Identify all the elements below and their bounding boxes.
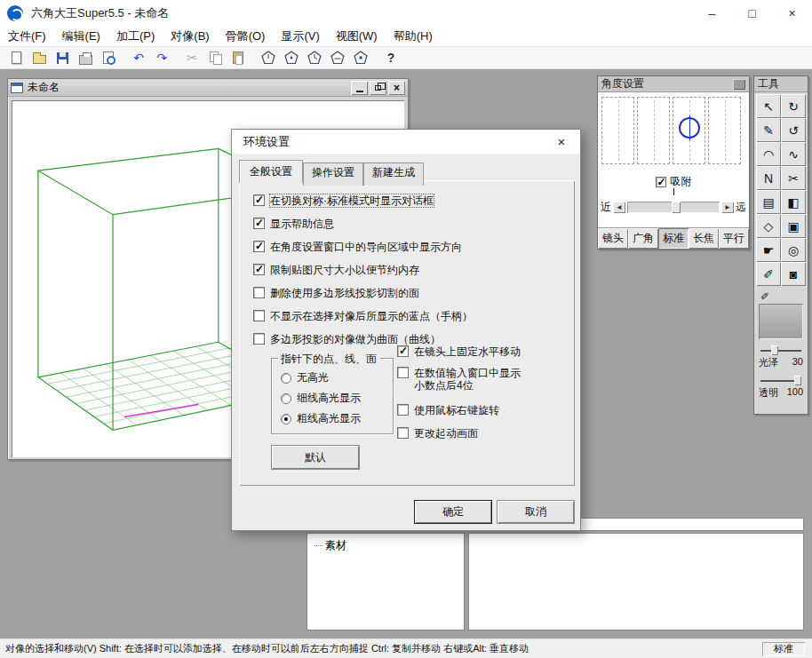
curve-tool-icon[interactable]: N — [756, 166, 781, 190]
checkbox-row[interactable]: 多边形投影的对像做为曲面（曲线） — [253, 333, 441, 345]
dialog-title-bar[interactable]: 环境设置 × — [232, 130, 580, 155]
fill-tool-icon[interactable]: ◙ — [781, 262, 806, 286]
undo-icon[interactable]: ↶ — [128, 48, 149, 67]
checkbox[interactable] — [253, 333, 265, 345]
checkbox-row[interactable]: 限制贴图尺寸大小以便节约内存 — [253, 264, 419, 276]
zoom-slider-track[interactable] — [627, 202, 720, 213]
checkbox-row[interactable]: 在镜头上固定水平移动 — [397, 345, 521, 358]
mirror-tool-icon[interactable]: ◧ — [781, 190, 806, 214]
lens-button-tele[interactable]: 长焦 — [689, 228, 719, 249]
checkbox-row[interactable]: 在角度设置窗口中的导向区域中显示方向 — [253, 241, 462, 253]
view-mode-1-icon[interactable] — [258, 48, 279, 67]
scissors-tool-icon[interactable]: ✂ — [781, 166, 806, 190]
lasso-tool-icon[interactable]: ∿ — [781, 142, 806, 166]
help-icon[interactable]: ? — [380, 48, 402, 67]
rotate-tool-icon[interactable]: ↻ — [781, 94, 806, 118]
view-mode-5-icon[interactable] — [350, 48, 371, 67]
menu-view[interactable]: 视图(W) — [328, 27, 386, 46]
dialog-close-icon[interactable]: × — [543, 130, 580, 154]
radio-button[interactable] — [281, 393, 291, 404]
ok-button[interactable]: 确定 — [414, 500, 492, 524]
checkbox[interactable] — [397, 367, 409, 378]
checkbox-row[interactable]: 不显示在选择对像后所显示的蓝点（手柄） — [253, 310, 473, 322]
new-file-icon[interactable] — [5, 48, 27, 67]
save-icon[interactable] — [52, 48, 73, 67]
cancel-button[interactable]: 取消 — [497, 500, 575, 524]
checkbox-row[interactable]: 更改起动画面 — [397, 427, 478, 440]
menu-file[interactable]: 文件(F) — [0, 27, 54, 46]
menu-object[interactable]: 对像(B) — [163, 27, 217, 46]
cube-shape-tool-icon[interactable]: ▣ — [781, 214, 806, 238]
angle-panel-close-icon[interactable] — [733, 79, 745, 90]
checkbox-row[interactable]: 在数值输入窗口中显示小数点后4位 — [397, 367, 521, 392]
checkbox[interactable] — [397, 427, 409, 439]
checkbox-row[interactable]: 显示帮助信息 — [253, 218, 334, 230]
menu-display[interactable]: 显示(V) — [273, 27, 327, 46]
menu-help[interactable]: 帮助(H) — [386, 27, 441, 46]
zoom-tool-icon[interactable]: ◎ — [781, 238, 806, 262]
eyedropper-tool-icon[interactable]: ✐ — [756, 262, 781, 286]
gloss-slider-thumb[interactable] — [771, 345, 778, 355]
radio-button[interactable] — [281, 373, 291, 384]
angle-guide-cell[interactable] — [708, 97, 741, 164]
checkbox-row[interactable]: 在切换对称·标准模式时显示对话框 — [253, 194, 434, 207]
close-button[interactable]: × — [772, 0, 812, 27]
material-color-swatch[interactable] — [759, 304, 803, 339]
checkbox[interactable] — [253, 310, 265, 321]
defaults-button[interactable]: 默认 — [271, 445, 360, 470]
color-dropper-icon[interactable]: ✐ — [760, 291, 808, 302]
transparency-slider-thumb[interactable] — [794, 376, 801, 385]
view-mode-4-icon[interactable] — [327, 48, 348, 67]
slider-left-arrow-icon[interactable]: ◄ — [613, 202, 625, 213]
tab-general-settings[interactable]: 全般设置 — [239, 160, 303, 183]
gloss-slider[interactable] — [760, 345, 801, 355]
menu-edit[interactable]: 编辑(E) — [54, 27, 108, 46]
redo-icon[interactable]: ↷ — [151, 48, 172, 67]
bend-tool-icon[interactable]: ◠ — [756, 142, 781, 166]
angle-guide-cell[interactable] — [601, 97, 634, 164]
radio-button[interactable] — [281, 414, 291, 424]
checkbox[interactable] — [397, 404, 409, 416]
open-folder-icon[interactable] — [28, 48, 50, 67]
radio-row[interactable]: 细线高光显示 — [281, 391, 361, 406]
copy-icon[interactable] — [204, 48, 226, 67]
angle-panel-title-bar[interactable]: 角度设置 — [598, 76, 749, 92]
checkbox[interactable] — [253, 287, 265, 298]
menu-process[interactable]: 加工(P) — [108, 27, 163, 46]
square-shape-tool-icon[interactable]: ◇ — [756, 214, 781, 238]
angle-guide-area[interactable] — [598, 92, 749, 167]
material-root-item[interactable]: 素材 — [314, 538, 464, 553]
document-title-bar[interactable]: 未命名 × — [8, 79, 408, 97]
checkbox[interactable] — [253, 264, 265, 275]
slider-right-arrow-icon[interactable]: ► — [721, 202, 734, 213]
material-tree[interactable]: 素材 — [306, 533, 465, 630]
doc-close-button[interactable]: × — [388, 81, 405, 95]
print-icon[interactable] — [75, 48, 96, 67]
lens-button-standard[interactable]: 标准 — [658, 228, 689, 249]
tab-operation-settings[interactable]: 操作设置 — [303, 163, 363, 186]
cut-icon[interactable]: ✂ — [181, 48, 203, 67]
checkbox[interactable] — [397, 345, 409, 357]
radio-row[interactable]: 无高光 — [281, 370, 329, 385]
lens-button-parallel[interactable]: 平行 — [719, 228, 749, 249]
angle-guide-cell[interactable] — [637, 97, 670, 164]
knife-tool-icon[interactable]: ✎ — [756, 118, 781, 142]
minimize-button[interactable]: – — [692, 0, 732, 27]
checkbox-row[interactable]: 使用鼠标右键旋转 — [397, 404, 499, 416]
extrude-tool-icon[interactable]: ▤ — [756, 190, 781, 214]
print-preview-icon[interactable] — [98, 48, 119, 67]
checkbox[interactable] — [253, 218, 265, 229]
tool-palette-title-bar[interactable]: 工具 — [754, 76, 808, 92]
hand-tool-icon[interactable]: ☛ — [756, 238, 781, 262]
menu-bone[interactable]: 骨骼(O) — [218, 27, 274, 46]
spin-tool-icon[interactable]: ↺ — [781, 118, 806, 142]
checkbox[interactable] — [253, 241, 265, 252]
transparency-slider[interactable] — [760, 376, 801, 385]
select-tool-icon[interactable]: ↖ — [756, 94, 781, 118]
material-preview-area[interactable] — [468, 533, 804, 630]
checkbox-row[interactable]: 删除使用多边形线投影切割的面 — [253, 287, 419, 299]
snap-checkbox[interactable] — [656, 177, 666, 187]
tab-new-generation[interactable]: 新建生成 — [363, 163, 424, 186]
zoom-slider-thumb[interactable] — [672, 202, 681, 213]
doc-restore-button[interactable] — [370, 81, 386, 95]
